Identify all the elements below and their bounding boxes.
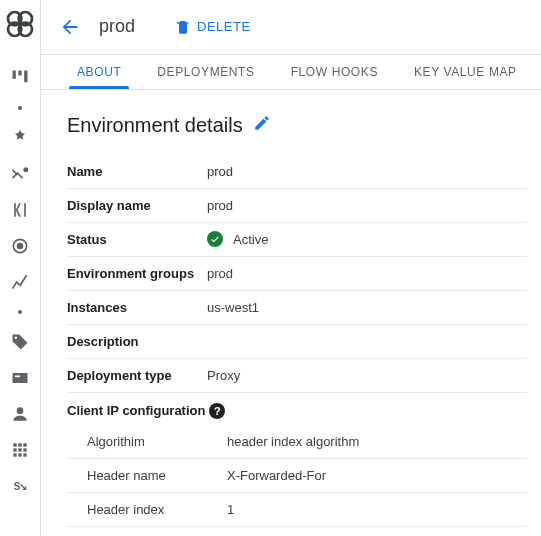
tabs: ABOUT DEPLOYMENTS FLOW HOOKS KEY VALUE M… — [41, 55, 541, 90]
nav-target-icon[interactable] — [0, 228, 40, 264]
svg-point-10 — [15, 337, 18, 340]
svg-rect-21 — [18, 453, 21, 456]
client-ip-header: Client IP configuration ? — [67, 393, 527, 425]
nav-analytics-icon[interactable] — [0, 264, 40, 300]
status-text: Active — [233, 232, 268, 247]
label-instances: Instances — [67, 300, 207, 315]
nav-user-icon[interactable] — [0, 396, 40, 432]
svg-point-7 — [24, 168, 27, 171]
row-name: Name prod — [67, 155, 527, 189]
tab-flow-hooks[interactable]: FLOW HOOKS — [273, 65, 396, 89]
value-header-name: X-Forwarded-For — [227, 468, 326, 483]
label-status: Status — [67, 232, 207, 247]
row-status: Status Active — [67, 223, 527, 257]
svg-rect-16 — [23, 443, 26, 446]
nav-separator — [18, 310, 22, 314]
tab-deployments[interactable]: DEPLOYMENTS — [139, 65, 272, 89]
svg-rect-4 — [13, 71, 16, 79]
svg-rect-22 — [23, 453, 26, 456]
label-deployment-type: Deployment type — [67, 368, 207, 383]
delete-label: DELETE — [197, 19, 251, 34]
value-status: Active — [207, 231, 268, 247]
value-env-groups: prod — [207, 266, 233, 281]
nav-tag-icon[interactable] — [0, 324, 40, 360]
value-instances: us-west1 — [207, 300, 259, 315]
label-description: Description — [67, 334, 207, 349]
svg-rect-14 — [13, 443, 16, 446]
label-header-index: Header index — [87, 502, 227, 517]
value-name: prod — [207, 164, 233, 179]
nav-separator — [18, 106, 22, 110]
nav-develop-icon[interactable] — [0, 120, 40, 156]
svg-rect-5 — [18, 71, 21, 76]
value-algorithm: header index algorithm — [227, 434, 359, 449]
tab-key-value-maps[interactable]: KEY VALUE MAP — [396, 65, 535, 89]
help-icon[interactable]: ? — [209, 403, 225, 419]
trash-icon — [175, 19, 191, 35]
row-description: Description — [67, 325, 527, 359]
nav-publish-icon[interactable] — [0, 156, 40, 192]
svg-point-13 — [17, 407, 24, 414]
svg-rect-15 — [18, 443, 21, 446]
row-header-name: Header name X-Forwarded-For — [67, 459, 527, 493]
svg-rect-17 — [13, 448, 16, 451]
label-name: Name — [67, 164, 207, 179]
row-algorithm: Algorithim header index algorithm — [67, 425, 527, 459]
edit-button[interactable] — [253, 114, 271, 137]
page-title: prod — [99, 16, 135, 37]
row-deployment-type: Deployment type Proxy — [67, 359, 527, 393]
svg-rect-11 — [13, 373, 28, 383]
nav-dashboard-icon[interactable] — [0, 60, 40, 96]
back-button[interactable] — [59, 16, 81, 38]
section-title: Environment details — [67, 114, 527, 137]
svg-rect-18 — [18, 448, 21, 451]
label-algorithm: Algorithim — [87, 434, 227, 449]
value-display-name: prod — [207, 198, 233, 213]
value-deployment-type: Proxy — [207, 368, 240, 383]
row-display-name: Display name prod — [67, 189, 527, 223]
label-header-name: Header name — [87, 468, 227, 483]
row-env-groups: Environment groups prod — [67, 257, 527, 291]
client-ip-header-text: Client IP configuration — [67, 403, 205, 418]
label-display-name: Display name — [67, 198, 207, 213]
value-header-index: 1 — [227, 502, 234, 517]
status-check-icon — [207, 231, 223, 247]
sidebar: S↘ — [0, 0, 41, 536]
page-header: prod DELETE — [41, 0, 541, 55]
app-logo-icon — [4, 8, 36, 40]
pencil-icon — [253, 114, 271, 132]
nav-deploy-icon[interactable] — [0, 192, 40, 228]
svg-rect-12 — [15, 376, 20, 378]
delete-button[interactable]: DELETE — [175, 19, 251, 35]
tab-about[interactable]: ABOUT — [59, 65, 139, 89]
section-title-text: Environment details — [67, 114, 243, 137]
content-area: Environment details Name prod Display na… — [41, 90, 541, 536]
nav-card-icon[interactable] — [0, 360, 40, 396]
svg-point-9 — [18, 244, 23, 249]
nav-currency-icon[interactable]: S↘ — [0, 468, 40, 504]
row-instances: Instances us-west1 — [67, 291, 527, 325]
row-header-index: Header index 1 — [67, 493, 527, 527]
svg-rect-20 — [13, 453, 16, 456]
nav-grid-icon[interactable] — [0, 432, 40, 468]
svg-rect-19 — [23, 448, 26, 451]
label-env-groups: Environment groups — [67, 266, 207, 281]
svg-rect-6 — [24, 71, 27, 83]
